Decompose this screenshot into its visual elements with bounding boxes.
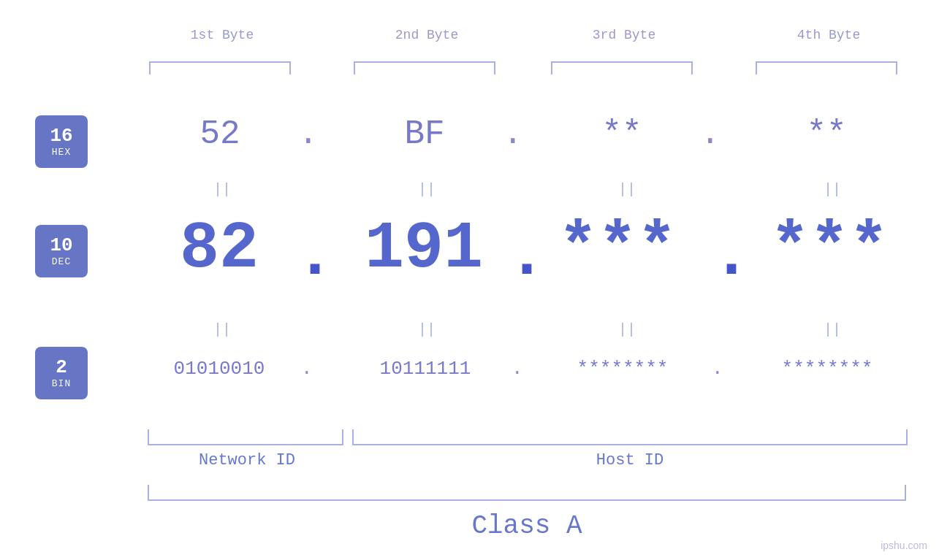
hex-badge-num: 16 (50, 126, 72, 147)
bin-badge-num: 2 (56, 357, 67, 378)
hex-badge: 16 HEX (35, 115, 88, 168)
eq-dec-bin-4: || (821, 321, 843, 338)
dec-dot-1: . (295, 219, 335, 294)
bin-val-2: 10111111 (345, 358, 506, 380)
eq-hex-dec-2: || (416, 181, 438, 198)
hex-dot-1: . (298, 115, 319, 153)
class-label: Class A (148, 511, 906, 541)
dec-dot-3: . (712, 219, 751, 294)
col4-header: 4th Byte (756, 28, 902, 42)
hex-badge-label: HEX (52, 147, 71, 158)
col1-header: 1st Byte (149, 28, 295, 42)
col2-header: 2nd Byte (354, 28, 500, 42)
bin-dot-1: . (301, 358, 313, 380)
eq-hex-dec-3: || (616, 181, 638, 198)
hex-val-1: 52 (149, 115, 291, 153)
dec-badge: 10 DEC (35, 225, 88, 277)
bin-dot-2: . (512, 358, 523, 380)
hex-dot-3: . (700, 115, 721, 153)
bin-dot-3: . (712, 358, 723, 380)
hex-dot-2: . (503, 115, 523, 153)
host-id-label: Host ID (352, 451, 908, 469)
dec-val-1: 82 (139, 212, 300, 286)
dec-badge-label: DEC (52, 256, 71, 267)
col3-header: 3rd Byte (551, 28, 697, 42)
dec-badge-num: 10 (50, 235, 72, 256)
top-bracket-col3 (551, 61, 693, 74)
top-bracket-col1 (149, 61, 291, 74)
eq-hex-dec-1: || (211, 181, 233, 198)
eq-hex-dec-4: || (821, 181, 843, 198)
bin-badge-label: BIN (52, 378, 71, 389)
bin-val-1: 01010010 (143, 358, 295, 380)
dec-val-4: *** (745, 212, 913, 286)
class-bracket (148, 485, 906, 501)
eq-dec-bin-2: || (416, 321, 438, 338)
hex-val-4: ** (756, 115, 897, 153)
dec-dot-2: . (507, 219, 547, 294)
dec-val-2: 191 (336, 212, 512, 286)
hex-val-3: ** (551, 115, 693, 153)
bin-badge: 2 BIN (35, 347, 88, 399)
main-container: 16 HEX 10 DEC 2 BIN 1st Byte 2nd Byte 3r… (0, 0, 939, 560)
top-bracket-col4 (756, 61, 897, 74)
network-id-label: Network ID (149, 451, 345, 469)
host-id-bracket (352, 429, 908, 445)
network-id-bracket (148, 429, 343, 445)
bin-val-3: ******** (542, 358, 703, 380)
watermark: ipshu.com (881, 540, 927, 551)
top-bracket-col2 (354, 61, 495, 74)
hex-val-2: BF (354, 115, 495, 153)
bin-val-4: ******** (747, 358, 908, 380)
eq-dec-bin-3: || (616, 321, 638, 338)
eq-dec-bin-1: || (211, 321, 233, 338)
dec-val-3: *** (533, 212, 702, 286)
